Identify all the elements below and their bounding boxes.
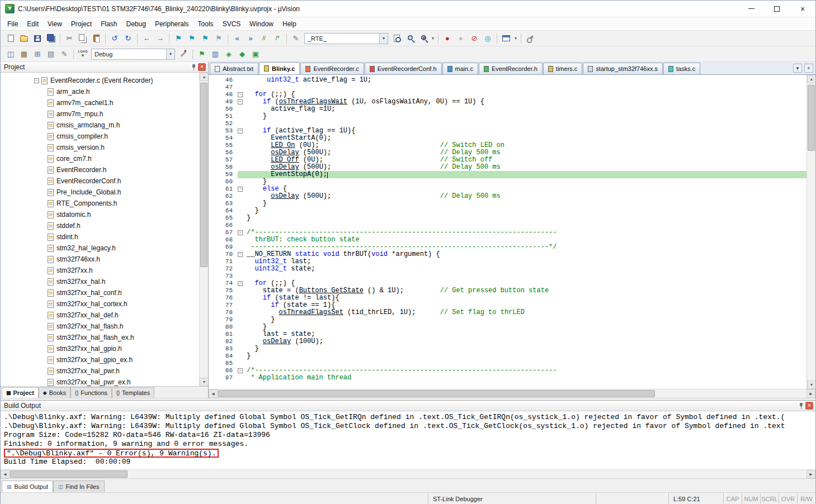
doc-tab-main-c[interactable]: main.c — [442, 63, 478, 74]
tree-file-item[interactable]: stm32f7xx_hal_flash.h — [1, 321, 199, 332]
scrollbar-thumb[interactable] — [10, 470, 128, 478]
scroll-up-icon[interactable]: ▲ — [807, 75, 815, 83]
scroll-left-icon[interactable]: ◀ — [209, 389, 218, 398]
menu-edit[interactable]: Edit — [22, 18, 43, 30]
comment-button[interactable]: // — [258, 33, 270, 44]
tree-file-item[interactable]: stdint.h — [1, 231, 199, 243]
tree-file-item[interactable]: Pre_Include_Global.h — [1, 187, 199, 198]
code-line[interactable]: 65} — [209, 215, 806, 222]
scroll-up-icon[interactable]: ▲ — [200, 73, 208, 81]
tree-file-item[interactable]: stm32f7xx.h — [1, 265, 199, 276]
pack-installer-button[interactable]: ▣ — [249, 49, 262, 60]
kill-breakpoints-button[interactable]: ⊘ — [468, 33, 480, 44]
close-button[interactable]: × — [790, 1, 815, 17]
indent-button[interactable]: » — [244, 33, 257, 44]
scroll-down-icon[interactable]: ▼ — [200, 378, 208, 386]
tree-file-item[interactable]: stm32f7xx_hal_gpio_ex.h — [1, 354, 199, 365]
file-extensions-button[interactable]: ▥ — [209, 49, 221, 60]
new-file-button[interactable] — [4, 33, 17, 44]
code-line[interactable]: 59 EventStopA(0); — [209, 171, 806, 178]
doc-tab-abstract-txt[interactable]: Abstract.txt — [210, 63, 258, 74]
disable-breakpoint-button[interactable]: ● — [455, 33, 467, 44]
code-line[interactable]: 63 } — [209, 200, 806, 207]
scrollbar-thumb[interactable] — [808, 85, 815, 151]
collapse-icon[interactable]: - — [34, 78, 39, 83]
tree-file-item[interactable]: stm32f746xx.h — [1, 254, 199, 265]
scrollbar-thumb[interactable] — [218, 390, 655, 397]
unindent-button[interactable]: « — [231, 33, 243, 44]
target-options-button[interactable] — [177, 49, 190, 60]
tree-file-item[interactable]: stm32f7xx_hal_flash_ex.h — [1, 332, 199, 343]
edit-flags-button[interactable]: ✎ — [290, 33, 302, 44]
enable-breakpoints-button[interactable]: ◎ — [482, 33, 494, 44]
fold-collapse-icon[interactable]: - — [238, 368, 243, 373]
editor-vscrollbar[interactable]: ▲ ▼ — [806, 75, 815, 389]
doc-tab-timers-c[interactable]: timers.c — [543, 63, 583, 74]
tree-file-item[interactable]: stm32f7xx_hal_pwr.h — [1, 365, 199, 377]
fold-collapse-icon[interactable]: - — [238, 281, 243, 286]
panel-tab-books[interactable]: ◆Books — [39, 387, 71, 398]
tree-file-item[interactable]: cmsis_armclang_m.h — [1, 120, 199, 131]
paste-button[interactable] — [90, 33, 102, 44]
tree-file-item[interactable]: stm32f7xx_hal_cortex.h — [1, 298, 199, 310]
download-button[interactable]: LOAD▼ — [77, 49, 89, 60]
code-line[interactable]: 46 uint32_t active_flag = 1U; — [209, 77, 806, 84]
menu-project[interactable]: Project — [67, 18, 96, 30]
save-all-button[interactable] — [45, 33, 57, 44]
manage-rte-button[interactable]: ◈ — [223, 49, 235, 60]
build-output-hscrollbar[interactable]: ◀ ▶ — [1, 469, 815, 478]
toggle-bookmark-button[interactable]: ⚑ — [172, 33, 185, 44]
incremental-find-button[interactable] — [417, 33, 430, 44]
fold-collapse-icon[interactable]: - — [238, 92, 243, 97]
clear-bookmarks-button[interactable]: ⚑ — [213, 33, 225, 44]
menu-file[interactable]: File — [3, 18, 22, 30]
configure-button[interactable] — [524, 33, 536, 44]
menu-flash[interactable]: Flash — [96, 18, 121, 30]
panel-tab-project[interactable]: ▦Project — [2, 387, 39, 398]
doc-tab-eventrecorderconf-h[interactable]: EventRecorderConf.h — [365, 63, 442, 74]
menu-view[interactable]: View — [43, 18, 67, 30]
chevron-down-icon[interactable]: ▾ — [513, 36, 518, 41]
code-line[interactable]: 72 uint32_t state; — [209, 265, 806, 273]
editor-hscrollbar[interactable]: ◀ ▶ — [209, 389, 815, 398]
close-document-icon[interactable]: × — [804, 64, 813, 73]
search-combo[interactable]: _RTE_▾ — [304, 33, 388, 44]
insert-breakpoint-button[interactable]: ● — [441, 33, 454, 44]
panel-tab-functions[interactable]: {}Functions — [70, 387, 112, 398]
code-line[interactable]: 47 — [209, 84, 806, 91]
build-button[interactable]: ▦ — [18, 49, 30, 60]
doc-tab-eventrecorder-c[interactable]: EventRecorder.c — [300, 63, 364, 74]
code-line[interactable]: 84} — [209, 353, 806, 360]
scroll-left-icon[interactable]: ◀ — [1, 470, 10, 478]
undo-button[interactable]: ↺ — [109, 33, 121, 44]
fold-collapse-icon[interactable]: - — [238, 129, 243, 134]
code-line[interactable]: 83 } — [209, 345, 806, 353]
tree-file-item[interactable]: core_cm7.h — [1, 153, 199, 164]
code-editor[interactable]: 46 uint32_t active_flag = 1U;4748- for (… — [209, 75, 806, 389]
tree-file-item[interactable]: stddef.h — [1, 220, 199, 231]
cut-button[interactable]: ✂ — [63, 33, 76, 44]
find-button[interactable] — [404, 33, 416, 44]
tree-file-item[interactable]: EventRecorderConf.h — [1, 175, 199, 187]
code-line[interactable]: 87 * Application main thread — [209, 374, 806, 382]
tree-file-item[interactable]: EventRecorder.h — [1, 164, 199, 175]
save-button[interactable] — [31, 33, 44, 44]
code-line[interactable]: 82 osDelay (100U); — [209, 338, 806, 345]
scroll-right-icon[interactable]: ▶ — [806, 389, 815, 398]
fold-collapse-icon[interactable]: - — [238, 252, 243, 257]
maximize-button[interactable] — [764, 1, 790, 17]
scrollbar-thumb[interactable] — [200, 83, 207, 267]
batch-build-button[interactable]: ▤ — [45, 49, 57, 60]
chevron-down-icon[interactable]: ▾ — [379, 34, 388, 44]
menu-window[interactable]: Window — [245, 18, 278, 30]
tree-file-item[interactable]: arm_acle.h — [1, 86, 199, 97]
tree-file-item[interactable]: armv7m_cachel1.h — [1, 97, 199, 108]
build-output-close-icon[interactable]: × — [805, 402, 813, 410]
redo-button[interactable]: ↻ — [122, 33, 134, 44]
tree-file-item[interactable]: armv7m_mpu.h — [1, 108, 199, 120]
open-file-button[interactable] — [18, 33, 30, 44]
tab-list-dropdown-icon[interactable]: ▾ — [793, 64, 802, 73]
scroll-right-icon[interactable]: ▶ — [806, 470, 815, 478]
fold-collapse-icon[interactable]: - — [238, 230, 243, 235]
batch-setup-button[interactable]: ✎ — [58, 49, 70, 60]
